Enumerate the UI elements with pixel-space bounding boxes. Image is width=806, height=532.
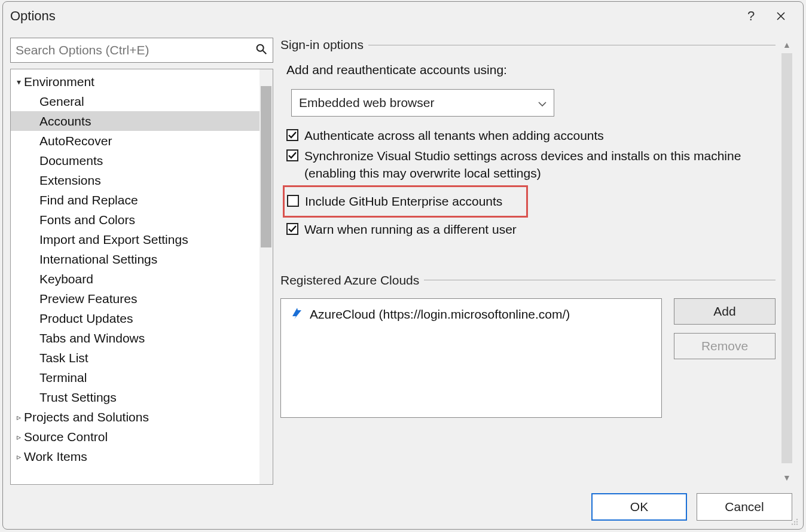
remove-cloud-button: Remove (674, 333, 776, 359)
auth-method-combo[interactable]: Embedded web browser (291, 89, 554, 117)
checkbox-label: Authenticate across all tenants when add… (304, 127, 604, 144)
tree-item[interactable]: Keyboard (11, 269, 259, 289)
tree-item-label: Trust Settings (39, 390, 117, 405)
tree-item[interactable]: ▹Projects and Solutions (11, 407, 259, 427)
cancel-button[interactable]: Cancel (697, 493, 792, 521)
tree-item[interactable]: Terminal (11, 368, 259, 387)
tree-expand-icon[interactable]: ▾ (13, 77, 24, 87)
tree-item[interactable]: Task List (11, 348, 259, 368)
checkbox[interactable] (286, 223, 298, 235)
tree-item[interactable]: International Settings (11, 249, 259, 269)
tree-item[interactable]: Extensions (11, 170, 259, 190)
tree-item[interactable]: Tabs and Windows (11, 328, 259, 348)
tree-item[interactable]: Product Updates (11, 308, 259, 328)
signin-intro: Add and reauthenticate accounts using: (286, 63, 776, 77)
checkbox-row[interactable]: Warn when running as a different user (286, 221, 776, 238)
search-options[interactable] (10, 38, 273, 63)
options-dialog: Options ? ▾EnvironmentGeneralAccountsAut… (2, 1, 804, 530)
ok-button[interactable]: OK (591, 493, 687, 521)
right-pane: Sign-in options Add and reauthenticate a… (280, 38, 796, 485)
section-signin-header: Sign-in options (280, 38, 776, 52)
tree-item[interactable]: Documents (11, 151, 259, 170)
dialog-footer: OK Cancel (3, 485, 803, 529)
tree-item[interactable]: Accounts (11, 111, 259, 131)
search-icon (255, 42, 268, 59)
clouds-list[interactable]: AzureCloud (https://login.microsoftonlin… (280, 298, 662, 418)
svg-point-7 (796, 524, 798, 525)
window-title: Options (10, 8, 56, 24)
checkbox-label: Warn when running as a different user (304, 221, 517, 238)
tree-item-label: Accounts (39, 114, 91, 129)
tree-item-label: Extensions (39, 173, 101, 188)
checkbox-row[interactable]: Synchronize Visual Studio settings acros… (286, 148, 776, 182)
cloud-item-label: AzureCloud (https://login.microsoftonlin… (310, 307, 570, 322)
tree-item-label: Preview Features (39, 292, 137, 306)
scroll-down-icon[interactable]: ▼ (778, 470, 796, 485)
scrollbar-thumb[interactable] (781, 53, 792, 463)
scroll-up-icon[interactable]: ▲ (778, 38, 796, 52)
checkbox[interactable] (286, 129, 298, 141)
left-pane: ▾EnvironmentGeneralAccountsAutoRecoverDo… (10, 38, 273, 485)
tree-item[interactable]: ▾Environment (11, 72, 259, 91)
help-button[interactable]: ? (736, 4, 766, 28)
tree-item-label: Terminal (39, 371, 87, 385)
tree-item-label: AutoRecover (39, 134, 112, 148)
svg-point-3 (794, 521, 795, 522)
tree-item-label: Work Items (24, 450, 87, 464)
tree-item-label: Product Updates (39, 311, 133, 326)
tree-item[interactable]: General (11, 91, 259, 111)
checkbox-label: Include GitHub Enterprise accounts (305, 193, 502, 210)
svg-point-6 (794, 524, 795, 525)
tree-scrollbar[interactable] (259, 69, 273, 484)
scrollbar-thumb[interactable] (261, 86, 271, 247)
tree-item-label: Task List (39, 351, 88, 365)
titlebar: Options ? (3, 2, 803, 30)
checkbox-row[interactable]: Authenticate across all tenants when add… (286, 127, 776, 144)
section-title: Sign-in options (280, 38, 364, 52)
tree-item[interactable]: AutoRecover (11, 131, 259, 151)
section-title: Registered Azure Clouds (280, 273, 419, 288)
tree-item[interactable]: ▹Source Control (11, 427, 259, 447)
tree-item-label: Find and Replace (39, 193, 138, 207)
checkbox-label: Synchronize Visual Studio settings acros… (304, 148, 759, 182)
add-cloud-button[interactable]: Add (674, 298, 776, 325)
tree-item[interactable]: ▹Work Items (11, 447, 259, 466)
tree-expand-icon[interactable]: ▹ (13, 432, 24, 442)
tree-item-label: Environment (24, 75, 94, 89)
tree-item[interactable]: Preview Features (11, 289, 259, 308)
chevron-down-icon (538, 96, 547, 110)
tree-item-label: Fonts and Colors (39, 213, 135, 227)
combo-selected-label: Embedded web browser (299, 96, 434, 110)
section-clouds-header: Registered Azure Clouds (280, 273, 776, 288)
tree-item-label: International Settings (39, 252, 157, 267)
tree-expand-icon[interactable]: ▹ (13, 412, 24, 422)
svg-point-4 (796, 521, 798, 522)
tree-item[interactable]: Find and Replace (11, 190, 259, 210)
tree-item-label: Source Control (24, 430, 108, 444)
close-button[interactable] (766, 4, 796, 28)
tree: ▾EnvironmentGeneralAccountsAutoRecoverDo… (10, 69, 273, 485)
highlighted-option: Include GitHub Enterprise accounts (283, 185, 528, 218)
tree-expand-icon[interactable]: ▹ (13, 452, 24, 461)
resize-grip[interactable] (790, 516, 799, 525)
checkbox[interactable] (287, 195, 299, 207)
tree-item-label: General (39, 94, 84, 109)
azure-icon (289, 306, 304, 323)
tree-item-label: Documents (39, 154, 103, 168)
search-input[interactable] (16, 43, 255, 57)
checkbox-row[interactable]: Include GitHub Enterprise accounts (287, 193, 523, 210)
svg-point-0 (257, 44, 264, 51)
dialog-body: ▾EnvironmentGeneralAccountsAutoRecoverDo… (3, 30, 803, 485)
svg-point-5 (792, 524, 793, 525)
tree-item[interactable]: Fonts and Colors (11, 210, 259, 230)
checkbox[interactable] (286, 149, 298, 161)
right-scrollbar[interactable]: ▲ ▼ (778, 38, 796, 485)
svg-point-2 (796, 519, 798, 520)
tree-item-label: Keyboard (39, 272, 93, 286)
tree-item-label: Import and Export Settings (39, 233, 188, 247)
tree-item[interactable]: Trust Settings (11, 387, 259, 407)
cloud-item[interactable]: AzureCloud (https://login.microsoftonlin… (289, 306, 653, 323)
tree-item[interactable]: Import and Export Settings (11, 230, 259, 249)
tree-item-label: Projects and Solutions (24, 410, 149, 424)
svg-line-1 (263, 50, 267, 54)
